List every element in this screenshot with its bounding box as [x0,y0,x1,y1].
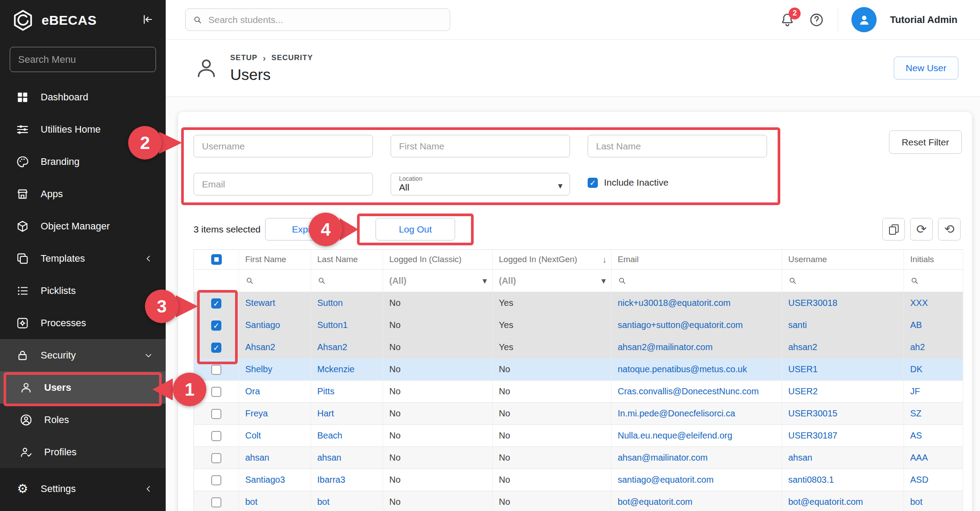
cell-email[interactable]: Nulla.eu.neque@eleifend.org [618,431,732,440]
reset-filter-button[interactable]: Reset Filter [889,130,962,154]
table-row[interactable]: bot bot No No bot@equatorit.com bot@equa… [194,491,963,511]
cell-last-name[interactable]: Beach [317,431,342,440]
breadcrumb-setup[interactable]: SETUP [230,53,258,62]
sidebar-item-users[interactable]: Users [0,371,166,404]
column-header-username[interactable]: Username [782,250,904,270]
cell-username[interactable]: USER30187 [788,431,837,440]
help-button[interactable] [809,12,824,28]
row-checkbox[interactable] [211,365,221,375]
email-filter-input[interactable] [194,173,373,195]
table-row[interactable]: Colt Beach No No Nulla.eu.neque@eleifend… [194,425,963,447]
cell-last-name[interactable]: Pitts [317,386,334,396]
include-inactive-toggle[interactable]: Include Inactive [588,177,669,188]
row-checkbox[interactable] [211,431,221,441]
first-name-column-filter[interactable] [239,270,311,292]
first-name-filter-input[interactable] [391,135,570,157]
cell-initials[interactable]: XXX [910,298,928,308]
cell-initials[interactable]: SZ [910,408,922,418]
sidebar-item-picklists[interactable]: Picklists [0,275,166,307]
student-search-input[interactable] [209,15,443,25]
cell-last-name[interactable]: Hart [317,408,334,418]
sidebar-item-settings[interactable]: ⚙ Settings [0,473,166,505]
cell-email[interactable]: Cras.convallis@DonecestNunc.com [618,386,759,396]
cell-last-name[interactable]: bot [317,497,330,507]
sidebar-item-branding[interactable]: Branding [0,145,166,178]
sidebar-item-apps[interactable]: Apps [0,178,166,210]
notifications-button[interactable]: 2 [779,12,795,28]
cell-last-name[interactable]: Sutton [317,298,343,308]
select-all-checkbox[interactable] [211,254,222,265]
cell-last-name[interactable]: Ibarra3 [317,475,345,484]
cell-email[interactable]: santiago+sutton@equatorit.com [618,320,743,330]
refresh-button[interactable]: ⟳ [910,218,933,240]
cell-last-name[interactable]: Mckenzie [317,364,354,374]
cell-username[interactable]: santi0803.1 [788,475,834,484]
cell-email[interactable]: ahsan@mailinator.com [618,453,708,462]
cell-initials[interactable]: AAA [910,453,928,462]
cell-email[interactable]: ahsan2@mailinator.com [618,342,713,352]
cell-username[interactable]: USER1 [788,364,818,374]
log-out-button[interactable]: Log Out [376,218,455,240]
table-row[interactable]: Freya Hart No No In.mi.pede@Donecfelisor… [194,403,963,425]
cell-last-name[interactable]: Ahsan2 [317,342,347,352]
location-select[interactable]: Location All ▾ [391,173,570,195]
cell-first-name[interactable]: Shelby [245,364,272,374]
cell-username[interactable]: USER30018 [788,298,837,308]
cell-email[interactable]: bot@equatorit.com [618,497,692,507]
cell-username[interactable]: santi [788,320,807,330]
cell-initials[interactable]: AB [910,320,922,330]
cell-username[interactable]: ahsan2 [788,342,817,352]
row-checkbox[interactable] [211,387,221,397]
cell-email[interactable]: santiago@equatorit.com [618,475,714,484]
sidebar-item-templates[interactable]: Templates [0,242,166,275]
cell-last-name[interactable]: ahsan [317,453,342,462]
cell-email[interactable]: In.mi.pede@Donecfelisorci.ca [618,408,735,418]
table-row[interactable]: Ora Pitts No No Cras.convallis@DonecestN… [194,381,963,403]
sidebar-item-processes[interactable]: Processes [0,307,166,339]
row-checkbox[interactable] [211,475,221,485]
row-checkbox[interactable] [211,298,221,309]
sidebar-item-utilities-home[interactable]: Utilities Home [0,113,166,145]
row-checkbox[interactable] [211,409,221,419]
cell-first-name[interactable]: Ora [245,386,260,396]
column-header-logged-in-classic[interactable]: Logged In (Classic) [383,250,493,270]
table-row[interactable]: Santiago Sutton1 No Yes santiago+sutton@… [194,314,963,336]
cell-first-name[interactable]: bot [245,497,258,507]
cell-initials[interactable]: ah2 [910,342,925,352]
history-button[interactable]: ⟲ [938,218,961,240]
cell-username[interactable]: USER2 [788,386,818,396]
username-filter-input[interactable] [194,135,373,157]
cell-last-name[interactable]: Sutton1 [317,320,348,330]
cell-first-name[interactable]: Colt [245,431,261,440]
column-header-initials[interactable]: Initials [904,250,963,270]
column-header-email[interactable]: Email [612,250,782,270]
logged-in-nextgen-filter[interactable]: (All)▾ [493,270,612,292]
sidebar-item-security[interactable]: Security [0,339,166,371]
cell-first-name[interactable]: ahsan [245,453,270,462]
sidebar-search-input[interactable] [10,47,156,72]
export-button[interactable] [882,218,905,240]
table-row[interactable]: ahsan ahsan No No ahsan@mailinator.com a… [194,447,963,469]
row-checkbox[interactable] [211,497,221,507]
table-row[interactable]: Stewart Sutton No Yes nick+u30018@equato… [194,292,963,314]
cell-username[interactable]: USER30015 [788,408,837,418]
cell-initials[interactable]: ASD [910,475,928,484]
username-column-filter[interactable] [782,270,904,292]
include-inactive-checkbox[interactable] [588,178,598,188]
row-checkbox[interactable] [211,320,221,331]
cell-initials[interactable]: bot [910,497,923,507]
table-row[interactable]: Ahsan2 Ahsan2 No Yes ahsan2@mailinator.c… [194,336,963,358]
cell-first-name[interactable]: Stewart [245,298,275,308]
cell-initials[interactable]: JF [910,386,920,396]
sidebar-item-dashboard[interactable]: Dashboard [0,81,166,113]
cell-username[interactable]: bot@equatorit.com [788,497,863,507]
logged-in-classic-filter[interactable]: (All)▾ [383,270,493,292]
cell-first-name[interactable]: Ahsan2 [245,342,275,352]
column-header-first-name[interactable]: First Name [239,250,311,270]
last-name-column-filter[interactable] [311,270,383,292]
cell-initials[interactable]: AS [910,431,922,440]
row-checkbox[interactable] [211,343,221,353]
cell-email[interactable]: natoque.penatibus@metus.co.uk [618,364,747,374]
cell-first-name[interactable]: Santiago3 [245,475,285,484]
row-checkbox[interactable] [211,453,221,463]
